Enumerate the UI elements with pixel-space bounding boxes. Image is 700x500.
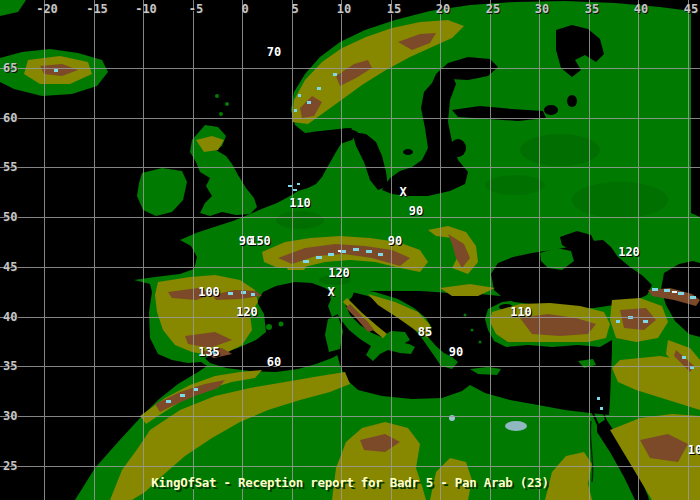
siwa-depression: [449, 415, 455, 421]
gulf-of-riga: [450, 139, 466, 157]
lake-onega: [567, 95, 577, 107]
qattara-depression: [505, 421, 527, 431]
map-title: KingOfSat - Reception report for Badr 5 …: [151, 475, 548, 490]
lake-ladoga: [544, 105, 558, 115]
lake-vanern: [403, 149, 413, 155]
reception-map-screen: -20-15-10-505101520253035404565605550454…: [0, 0, 700, 500]
map-svg: [0, 0, 700, 500]
